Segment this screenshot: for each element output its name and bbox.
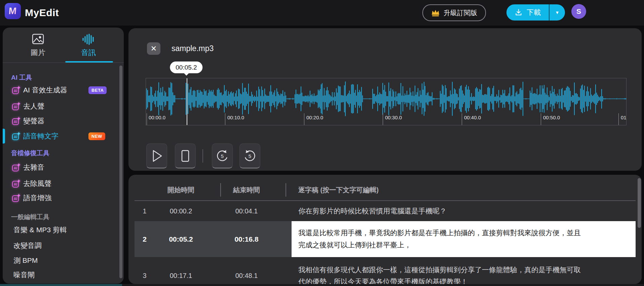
row-transcript-text[interactable]: 代的優勢，所以今天要為各位帶來手機版的基礎教學！ xyxy=(298,277,468,284)
transcript-line: 完成之後就可以上傳到社群平臺上， xyxy=(298,239,636,251)
timeline-tick xyxy=(225,113,225,125)
playhead[interactable] xyxy=(187,78,187,125)
audio-wave-icon xyxy=(82,34,95,45)
row-start-time[interactable]: 00:00.2 xyxy=(170,207,192,215)
svg-text:AI: AI xyxy=(14,89,17,93)
download-dropdown-button[interactable]: ▼ xyxy=(550,4,565,21)
logo-letter: M xyxy=(8,6,17,16)
forward-5-button[interactable]: 5 xyxy=(239,144,260,168)
upgrade-subscription-button[interactable]: 升級訂閱版 xyxy=(422,4,486,21)
timeline-tick xyxy=(462,113,462,125)
timeline-label: 00:50.0 xyxy=(543,115,560,120)
sidebar-item-speech-enhance[interactable]: AI 語音增強 xyxy=(3,191,120,205)
sidebar-item-label: 改變音調 xyxy=(13,241,42,250)
myedit-logo-icon[interactable]: M xyxy=(5,3,21,19)
ai-sparkle-icon: AI xyxy=(11,162,21,172)
header-underline xyxy=(135,200,636,201)
sidebar-item-bpm-finder[interactable]: 測 BPM xyxy=(3,253,120,268)
beta-badge: BETA xyxy=(88,86,107,94)
sidebar-item-label: 去雜音 xyxy=(23,163,44,172)
selected-row-highlight xyxy=(135,221,292,257)
svg-text:AI: AI xyxy=(14,166,17,170)
row-transcript-text-editing[interactable]: 我還是比較常用手機，畢竟我的影片都是在手機上拍攝的，直接剪輯對我來說很方便，並且… xyxy=(292,221,636,257)
row-index: 2 xyxy=(143,235,147,243)
row-end-time[interactable]: 00:04.1 xyxy=(235,207,258,215)
ai-sparkle-icon: AI xyxy=(11,101,21,111)
section-audio-repair-tools: 音檔修復工具 xyxy=(11,149,49,157)
svg-text:AI: AI xyxy=(14,135,17,139)
row-transcript-text[interactable]: 我相信有很多現代人都跟你一樣，這種從拍攝剪輯到分享了一條龍體驗，真的是手機無可取 xyxy=(298,265,581,275)
stop-icon xyxy=(180,149,190,163)
chevron-down-icon: ▼ xyxy=(555,10,560,15)
sidebar-item-label: 變聲器 xyxy=(23,116,44,126)
rewind-5-button[interactable]: 5 xyxy=(212,144,233,168)
svg-text:AI: AI xyxy=(14,120,17,124)
sidebar-item-voice-changer[interactable]: AI 變聲器 xyxy=(3,114,120,128)
timeline-tick xyxy=(383,113,383,125)
timeline-tick xyxy=(618,113,619,125)
top-bar: M MyEdit 升級訂閱版 下載 ▼ S xyxy=(0,0,644,26)
column-header-start-time: 開始時間 xyxy=(167,183,194,196)
sidebar-item-label: 語音增強 xyxy=(23,193,51,203)
row-transcript-text[interactable]: 你在剪影片的時候比較習慣用電腦還是手機呢？ xyxy=(298,206,447,216)
row-index: 1 xyxy=(143,207,146,215)
play-button[interactable] xyxy=(146,144,167,168)
section-general-edit-tools: 一般編輯工具 xyxy=(11,213,49,221)
row-end-time[interactable]: 00:16.8 xyxy=(234,235,258,243)
download-icon xyxy=(515,8,523,16)
timeline-tick xyxy=(541,113,541,125)
tab-image-label: 圖片 xyxy=(13,48,63,58)
audio-editor-panel: ✕ sample.mp3 00:05.2 00:00.0 00:10.0 00:… xyxy=(128,28,642,171)
avatar-initial: S xyxy=(576,7,581,15)
row-start-time[interactable]: 00:05.2 xyxy=(169,235,193,243)
timeline-label: 00:10.0 xyxy=(227,115,244,120)
sidebar-item-noise-gate[interactable]: 噪音閘 xyxy=(3,268,120,282)
header-divider xyxy=(220,183,221,197)
tab-image[interactable]: 圖片 xyxy=(13,28,63,63)
timeline-label: 00:00.0 xyxy=(149,115,165,120)
ai-sparkle-icon: AI xyxy=(11,85,21,95)
sidebar-item-noise-removal[interactable]: AI 去雜音 xyxy=(3,160,120,175)
sidebar-scrollbar[interactable] xyxy=(119,66,122,278)
column-header-transcript: 逐字稿 (按一下文字可編輯) xyxy=(298,183,379,196)
stop-button[interactable] xyxy=(175,144,196,168)
image-icon xyxy=(32,34,44,44)
sidebar-item-wind-removal[interactable]: AI 去除風聲 xyxy=(3,176,120,191)
sidebar-item-label: 去人聲 xyxy=(23,101,44,111)
timeline-label: 00:20.0 xyxy=(306,115,323,120)
transcript-scrollbar[interactable] xyxy=(638,178,641,228)
upgrade-label: 升級訂閱版 xyxy=(444,8,477,17)
tab-audio-label: 音訊 xyxy=(63,48,114,58)
timeline-tick xyxy=(304,113,304,125)
svg-text:AI: AI xyxy=(14,105,17,109)
replay-5-icon: 5 xyxy=(216,149,229,163)
sidebar-item-label: 噪音閘 xyxy=(13,270,35,280)
sidebar-item-label: 去除風聲 xyxy=(23,179,51,188)
tabs-divider xyxy=(3,63,124,63)
timeline-label: 00:30.0 xyxy=(385,115,402,120)
tab-audio[interactable]: 音訊 xyxy=(63,28,114,63)
transcript-panel: 開始時間 結束時間 逐字稿 (按一下文字可編輯) 1 00:00.2 00:04… xyxy=(128,175,642,284)
sidebar-item-music-mp3-cutter[interactable]: 音樂 & MP3 剪輯 xyxy=(3,222,120,237)
controls-divider xyxy=(202,149,203,163)
sidebar-item-label: 測 BPM xyxy=(13,256,38,265)
sidebar: 圖片 音訊 AI 工具 AI xyxy=(3,28,124,284)
row-start-time[interactable]: 00:17.1 xyxy=(170,272,192,280)
download-button[interactable]: 下載 xyxy=(506,4,549,21)
waveform-container[interactable]: 00:00.0 00:10.0 00:20.0 00:30.0 00:40.0 … xyxy=(146,78,627,125)
row-end-time[interactable]: 00:48.1 xyxy=(235,272,258,280)
column-header-end-time: 結束時間 xyxy=(233,183,260,196)
sidebar-item-label: AI 音效生成器 xyxy=(23,85,67,95)
play-icon xyxy=(151,149,163,163)
bottom-edge-strip xyxy=(0,284,644,286)
sidebar-item-pitch-changer[interactable]: 改變音調 xyxy=(3,238,120,253)
sidebar-item-vocal-remover[interactable]: AI 去人聲 xyxy=(3,99,120,114)
close-file-button[interactable]: ✕ xyxy=(147,42,160,55)
download-label: 下載 xyxy=(527,8,541,17)
download-button-group: 下載 ▼ xyxy=(506,4,565,21)
user-avatar[interactable]: S xyxy=(571,4,586,19)
playhead-time-tooltip: 00:05.2 xyxy=(170,62,202,73)
ai-sparkle-icon: AI xyxy=(11,178,21,189)
timeline-label: 01 xyxy=(621,115,627,120)
header-divider xyxy=(286,183,286,197)
